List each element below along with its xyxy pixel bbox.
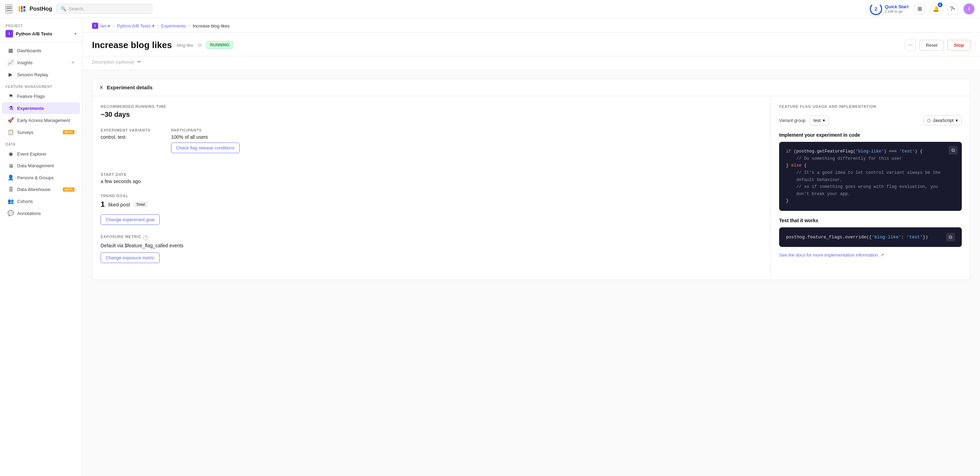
sidebar-item-dashboards[interactable]: ▦ Dashboards <box>2 45 80 56</box>
trend-goal-badge: Total <box>134 202 148 207</box>
sidebar-item-event-explorer[interactable]: ◉ Event Explorer <box>2 148 80 160</box>
sidebar-item-label: Session Replay <box>17 72 48 77</box>
card-body: RECOMMENDED RUNNING TIME ~30 days EXPERI… <box>92 96 970 280</box>
sidebar-item-cohorts[interactable]: 👥 Cohorts <box>2 196 80 207</box>
status-badge: RUNNING <box>206 41 233 49</box>
sidebar-item-insights[interactable]: 📈 Insights + <box>2 57 80 68</box>
trend-goal-label: TREND GOAL <box>100 194 762 198</box>
project-selector[interactable]: I Python A/B Tests ▾ <box>5 30 76 37</box>
data-warehouse-icon: 🗄 <box>8 186 14 192</box>
variant-select[interactable]: test ▾ <box>810 115 829 125</box>
quickstart-progress-circle: 2 <box>870 3 882 15</box>
change-exposure-button[interactable]: Change exposure metric <box>100 252 160 263</box>
copy-slug-button[interactable]: ⧉ <box>198 42 202 48</box>
event-explorer-icon: ◉ <box>8 151 14 157</box>
sidebar-item-label: Event Explorer <box>17 151 46 157</box>
sidebar-item-label: Cohorts <box>17 199 33 204</box>
user-avatar[interactable]: I <box>964 3 975 14</box>
notification-badge: 1 <box>938 2 943 7</box>
quickstart-text: Quick Start 2 still to go <box>885 4 908 13</box>
sidebar-item-label: Insights <box>17 60 33 65</box>
variants-participants-row: EXPERIMENT VARIANTS control, test PARTIC… <box>100 128 762 163</box>
search-bar[interactable]: 🔍 Search... <box>56 4 153 14</box>
variant-selected-value: test <box>813 118 821 123</box>
feature-management-section-label: Feature Management <box>0 81 82 90</box>
sidebar-item-annotations[interactable]: 💬 Annotations <box>2 207 80 219</box>
sidebar-item-persons-groups[interactable]: 👤 Persons & Groups <box>2 172 80 183</box>
data-section-label: Data <box>0 139 82 148</box>
breadcrumb-workspace[interactable]: Python A/B Tests ▾ <box>117 23 154 29</box>
experiment-right-panel: FEATURE FLAG USAGE AND IMPLEMENTATION Va… <box>771 96 970 280</box>
header-actions: ··· Reset Stop <box>905 40 970 51</box>
code-line-8: } <box>786 197 955 205</box>
sidebar-item-label: Persons & Groups <box>17 175 54 180</box>
session-replay-icon: ▶ <box>8 72 14 78</box>
right-panel-title: FEATURE FLAG USAGE AND IMPLEMENTATION <box>779 104 962 108</box>
quickstart-button[interactable]: 2 Quick Start 2 still to go <box>870 3 908 15</box>
javascript-icon: ⬡ <box>927 118 931 123</box>
trend-goal-block: TREND GOAL 1 liked post Total Change exp… <box>100 194 762 225</box>
sidebar-item-label: Annotations <box>17 211 41 216</box>
sidebar-item-label: Data Management <box>17 163 54 168</box>
chevron-down-icon: ▾ <box>75 32 76 36</box>
exposure-metric-block: EXPOSURE METRIC ? Default via $feature_f… <box>100 234 762 263</box>
running-time-value: ~30 days <box>100 111 762 118</box>
start-date-label: START DATE <box>100 172 762 177</box>
cohorts-icon: 👥 <box>8 198 14 204</box>
reset-button[interactable]: Reset <box>919 40 944 51</box>
help-icon: ? <box>950 6 953 12</box>
sidebar-item-feature-flags[interactable]: ⚑ Feature Flags <box>2 90 80 102</box>
sidebar-item-early-access[interactable]: 🚀 Early Access Management <box>2 115 80 126</box>
notifications-button[interactable]: 🔔 1 <box>931 3 942 14</box>
sidebar-item-label: Experiments <box>17 106 44 111</box>
main-content: I Ian ▾ > Python A/B Tests ▾ > Experimen… <box>83 18 980 476</box>
variants-value: control, test <box>100 134 150 140</box>
language-value: JavaScript <box>932 118 954 123</box>
code-line-1: if (posthog.getFeatureFlag('blog-like') … <box>786 148 955 155</box>
insights-icon: 📈 <box>8 59 14 65</box>
hamburger-menu-button[interactable]: ☰ <box>5 5 12 13</box>
sidebar-item-data-warehouse[interactable]: 🗄 Data Warehouse BETA <box>2 184 80 195</box>
sidebar-item-session-replay[interactable]: ▶ Session Replay <box>2 69 80 80</box>
language-select[interactable]: ⬡ JavaScript ▾ <box>923 115 962 125</box>
sidebar-item-data-management[interactable]: 🖥 Data Management <box>2 160 80 171</box>
participants-block: PARTICIPANTS 100% of all users Check fla… <box>171 128 240 153</box>
more-options-button[interactable]: ··· <box>905 40 916 51</box>
stop-button[interactable]: Stop <box>947 40 970 51</box>
exposure-label-row: EXPOSURE METRIC ? <box>100 234 762 241</box>
variant-chevron-icon: ▾ <box>823 118 825 123</box>
breadcrumb-section[interactable]: Experiments <box>161 23 186 29</box>
implementation-code-block: ⧉ if (posthog.getFeatureFlag('blog-like'… <box>779 142 962 211</box>
breadcrumb-separator-3: > <box>188 23 191 29</box>
collapse-icon[interactable]: ✕ <box>99 85 103 90</box>
edit-description-button[interactable]: ✏ <box>137 59 141 65</box>
check-conditions-button[interactable]: Check flag release conditions <box>171 143 240 153</box>
surveys-beta-badge: BETA <box>63 130 75 134</box>
breadcrumb-project[interactable]: Ian ▾ <box>100 23 110 29</box>
card-title: Experiment details <box>107 84 153 90</box>
code-line-7: don't break your app. <box>786 191 955 198</box>
breadcrumb-separator: > <box>112 23 115 29</box>
posthog-logo-icon <box>16 3 27 14</box>
copy-test-code-button[interactable]: ⧉ <box>946 233 955 242</box>
variants-block: EXPERIMENT VARIANTS control, test <box>100 128 150 153</box>
copy-implementation-button[interactable]: ⧉ <box>949 146 958 154</box>
toolbar-icon: ⊞ <box>918 5 922 12</box>
data-warehouse-beta-badge: BETA <box>63 188 75 192</box>
breadcrumb: I Ian ▾ > Python A/B Tests ▾ > Experimen… <box>83 18 980 33</box>
toolbar-button[interactable]: ⊞ <box>914 3 925 14</box>
help-button[interactable]: ? ▾ <box>947 3 958 14</box>
trend-goal-name: liked post <box>108 202 130 207</box>
variants-label: EXPERIMENT VARIANTS <box>100 128 150 132</box>
page-title: Increase blog likes <box>92 40 172 51</box>
sidebar-item-surveys[interactable]: 📋 Surveys BETA <box>2 126 80 138</box>
docs-link[interactable]: See the docs for more implementation inf… <box>779 252 962 258</box>
help-icon[interactable]: ? <box>143 235 148 240</box>
sidebar-item-experiments[interactable]: ⚗ Experiments <box>2 102 80 114</box>
sidebar-project-section: PROJECT I Python A/B Tests ▾ <box>0 21 82 42</box>
project-section-label: PROJECT <box>5 24 76 28</box>
sidebar-item-label: Data Warehouse <box>17 187 51 192</box>
change-goal-button[interactable]: Change experiment goal <box>100 214 160 225</box>
card-header: ✕ Experiment details <box>92 79 970 96</box>
top-nav-actions: 2 Quick Start 2 still to go ⊞ 🔔 1 ? ▾ I <box>870 3 975 15</box>
